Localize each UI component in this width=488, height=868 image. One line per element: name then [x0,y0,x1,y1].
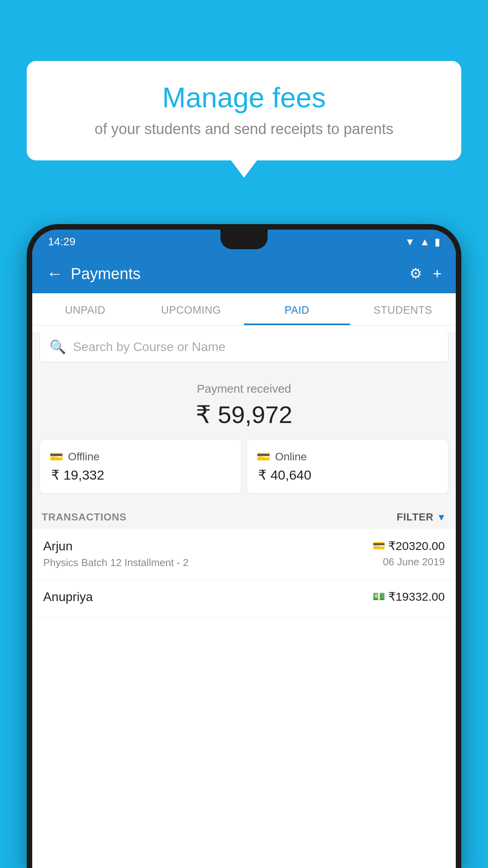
app-bar-title: Payments [71,265,409,283]
tab-students[interactable]: STUDENTS [350,293,456,325]
payment-cards: 💳 Offline ₹ 19,332 💳 Online ₹ 40,640 [32,440,456,504]
transaction-left-1: Arjun Physics Batch 12 Installment - 2 [43,539,189,569]
search-icon: 🔍 [50,339,66,355]
transaction-detail-1: Physics Batch 12 Installment - 2 [43,557,189,569]
transactions-header: TRANSACTIONS FILTER ▼ [32,504,456,529]
transactions-label: TRANSACTIONS [42,511,127,523]
transaction-name-1: Arjun [43,539,189,554]
online-card-header: 💳 Online [257,450,438,463]
notch [220,230,268,249]
offline-label: Offline [68,451,99,463]
tabs: UNPAID UPCOMING PAID STUDENTS [32,293,456,326]
wifi-icon: ▼ [405,236,415,248]
payment-total-amount: ₹ 59,972 [40,400,448,429]
filter-label: FILTER [397,511,434,523]
app-bar: ← Payments ⚙ + [32,254,456,293]
signal-icon: ▲ [420,236,430,248]
online-amount: ₹ 40,640 [257,467,438,483]
offline-icon: 💳 [50,450,63,463]
search-bar[interactable]: 🔍 Search by Course or Name [40,332,448,362]
transaction-right-2: 💵 ₹19332.00 [372,590,445,607]
speech-bubble: Manage fees of your students and send re… [27,61,461,160]
transaction-item-arjun[interactable]: Arjun Physics Batch 12 Installment - 2 💳… [32,529,456,579]
status-bar: 14:29 ▼ ▲ ▮ [32,230,456,254]
payment-received-label: Payment received [40,382,448,395]
transaction-name-2: Anupriya [43,590,93,604]
search-placeholder-text: Search by Course or Name [73,340,226,354]
bubble-subtitle: of your students and send receipts to pa… [50,121,438,138]
online-card: 💳 Online ₹ 40,640 [247,440,448,493]
transaction-date-1: 06 June 2019 [372,556,445,568]
settings-icon[interactable]: ⚙ [409,265,422,282]
transaction-item-anupriya[interactable]: Anupriya 💵 ₹19332.00 [32,579,456,618]
tab-upcoming[interactable]: UPCOMING [138,293,244,325]
tab-unpaid[interactable]: UNPAID [32,293,138,325]
card-payment-icon-1: 💳 [372,540,385,552]
payment-summary: Payment received ₹ 59,972 [32,368,456,440]
offline-card-header: 💳 Offline [50,450,231,463]
phone-screen: 14:29 ▼ ▲ ▮ ← Payments ⚙ + UNPAID UPCOMI… [32,230,456,868]
online-icon: 💳 [257,450,270,463]
transaction-amount-row-1: 💳 ₹20320.00 [372,539,445,553]
add-icon[interactable]: + [433,265,442,282]
app-bar-actions: ⚙ + [409,265,442,282]
filter-button[interactable]: FILTER ▼ [397,511,446,523]
transaction-right-1: 💳 ₹20320.00 06 June 2019 [372,539,445,568]
offline-card: 💳 Offline ₹ 19,332 [40,440,241,493]
status-time: 14:29 [48,235,75,248]
transaction-amount-2: ₹19332.00 [388,590,445,603]
transaction-amount-row-2: 💵 ₹19332.00 [372,590,445,603]
content: 🔍 Search by Course or Name Payment recei… [32,332,456,618]
filter-icon: ▼ [437,512,446,523]
online-label: Online [275,451,307,463]
back-button[interactable]: ← [46,264,63,283]
cash-payment-icon-2: 💵 [372,590,385,603]
offline-amount: ₹ 19,332 [50,467,231,483]
transaction-amount-1: ₹20320.00 [388,539,445,553]
phone-frame: 14:29 ▼ ▲ ▮ ← Payments ⚙ + UNPAID UPCOMI… [27,224,461,868]
tab-paid[interactable]: PAID [244,293,350,325]
status-icons: ▼ ▲ ▮ [405,236,440,248]
transaction-left-2: Anupriya [43,590,93,607]
bubble-title: Manage fees [50,81,438,114]
battery-icon: ▮ [435,236,440,248]
